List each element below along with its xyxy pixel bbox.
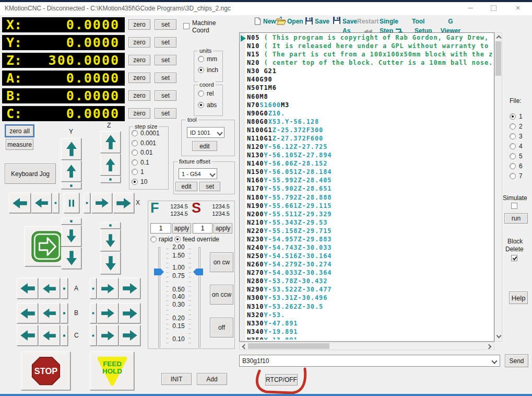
step-size-radio-0.001[interactable] <box>132 140 138 146</box>
spindle-on-ccw-button[interactable]: on ccw <box>210 285 233 305</box>
jog-x-plus-fast[interactable] <box>113 193 134 213</box>
jog-b-minus[interactable] <box>39 303 60 323</box>
vscroll-thumb[interactable] <box>495 41 501 76</box>
send-button[interactable]: Send <box>505 354 528 367</box>
maximize-button[interactable] <box>484 2 502 14</box>
feed-override-slider-track[interactable] <box>158 247 160 347</box>
file-radio-5[interactable] <box>510 153 516 159</box>
jog-c-minus-step[interactable] <box>61 325 68 346</box>
coord-rel-radio[interactable] <box>198 90 204 97</box>
jog-x-plus-step[interactable] <box>84 193 90 213</box>
feed-hold-button[interactable]: FEED HOLD <box>90 352 134 390</box>
jog-y-plus-step[interactable] <box>61 182 81 189</box>
jog-x-minus-fast[interactable] <box>9 193 31 213</box>
units-mm-radio[interactable] <box>198 56 204 62</box>
jog-y-plus-fast[interactable] <box>61 138 81 160</box>
set-z-button[interactable]: set <box>155 55 176 65</box>
file-radio-2[interactable] <box>510 123 516 130</box>
close-button[interactable]: × <box>509 2 527 14</box>
jog-c-plus-fast[interactable] <box>119 325 140 346</box>
jog-y-minus[interactable] <box>61 225 81 247</box>
rtcp-off-button[interactable]: RTCP/OFF <box>265 374 298 386</box>
jog-a-minus-step[interactable] <box>61 278 68 299</box>
zero-c-button[interactable]: zero <box>128 108 150 119</box>
fixture-offset-select[interactable]: 1 - G54 <box>179 168 217 179</box>
mdi-command-input[interactable]: B30g1f10 <box>239 355 500 367</box>
scroll-up-icon[interactable] <box>496 36 502 41</box>
units-inch-radio[interactable] <box>198 67 204 73</box>
zero-b-button[interactable]: zero <box>128 90 150 101</box>
spindle-input[interactable]: 1 <box>193 223 212 234</box>
jog-a-plus[interactable] <box>97 278 119 299</box>
jog-b-plus[interactable] <box>97 303 119 323</box>
tool-edit-button[interactable]: edit <box>192 141 217 151</box>
set-a-button[interactable]: set <box>155 73 176 83</box>
jog-z-minus-fast[interactable] <box>100 252 121 274</box>
hscroll-thumb[interactable] <box>248 343 329 349</box>
spindle-override-slider-track[interactable] <box>198 247 200 347</box>
jog-c-minus[interactable] <box>39 325 60 346</box>
gcode-vscrollbar[interactable] <box>494 32 502 342</box>
file-radio-4[interactable] <box>510 143 516 149</box>
machine-coord-checkbox[interactable] <box>183 23 190 29</box>
jog-z-minus-step[interactable] <box>100 222 121 229</box>
jog-b-minus-fast[interactable] <box>17 303 38 323</box>
jog-x-minus[interactable] <box>31 193 52 213</box>
jog-z-plus[interactable] <box>100 154 121 176</box>
jog-c-minus-fast[interactable] <box>17 325 38 346</box>
zero-x-button[interactable]: zero <box>128 19 150 30</box>
jog-z-plus-step[interactable] <box>100 176 121 183</box>
set-b-button[interactable]: set <box>155 90 176 101</box>
jog-z-plus-fast[interactable] <box>100 131 121 153</box>
scroll-right-icon[interactable] <box>487 344 492 350</box>
jog-b-plus-step[interactable] <box>90 303 97 323</box>
set-y-button[interactable]: set <box>155 37 176 48</box>
jog-x-plus[interactable] <box>91 193 112 213</box>
minimize-button[interactable] <box>462 2 479 14</box>
file-radio-7[interactable] <box>510 173 516 179</box>
jog-y-plus[interactable] <box>61 160 81 182</box>
tool-select[interactable]: ID 1001 <box>187 127 224 138</box>
block-delete-checkbox[interactable] <box>511 255 517 261</box>
spindle-override-slider-thumb[interactable] <box>193 268 203 275</box>
toolbar-new[interactable]: New <box>254 17 276 26</box>
zero-y-button[interactable]: zero <box>128 37 150 48</box>
toolbar-save[interactable]: Save <box>305 17 329 25</box>
measure-button[interactable]: measure <box>6 139 33 150</box>
spindle-on-cw-button[interactable]: on cw <box>210 252 233 272</box>
init-button[interactable]: INIT <box>161 373 192 385</box>
keyboard-jog-button[interactable]: Keyboard Jog <box>5 164 56 184</box>
jog-a-minus-fast[interactable] <box>17 278 38 299</box>
file-radio-3[interactable] <box>510 133 516 139</box>
set-x-button[interactable]: set <box>155 19 176 30</box>
zero-a-button[interactable]: zero <box>128 73 150 83</box>
add-button[interactable]: Add <box>197 373 227 385</box>
zero-z-button[interactable]: zero <box>128 55 150 65</box>
step-size-radio-0.1[interactable] <box>132 159 138 166</box>
help-button[interactable]: Help <box>509 292 528 304</box>
toolbar-open[interactable]: Open <box>276 17 303 25</box>
set-c-button[interactable]: set <box>155 108 176 119</box>
feedrate-apply-button[interactable]: apply <box>172 223 191 234</box>
jog-a-plus-step[interactable] <box>90 278 97 299</box>
jog-y-minus-fast[interactable] <box>61 247 81 269</box>
spindle-apply-button[interactable]: apply <box>214 223 232 234</box>
spindle-off-button[interactable]: off <box>210 318 233 337</box>
jog-b-plus-fast[interactable] <box>119 303 140 323</box>
jog-c-plus[interactable] <box>97 325 119 346</box>
step-size-radio-10[interactable] <box>132 179 138 185</box>
gcode-editor[interactable]: N05 ( This program is copyright of Rab G… <box>239 32 494 342</box>
jog-b-minus-step[interactable] <box>61 303 68 323</box>
jog-pause-button[interactable] <box>64 193 79 213</box>
coord-abs-radio[interactable] <box>198 102 204 108</box>
jog-a-minus[interactable] <box>39 278 60 299</box>
scroll-down-icon[interactable] <box>496 333 502 339</box>
step-size-radio-0.0001[interactable] <box>132 130 138 136</box>
jog-x-minus-step[interactable] <box>52 193 59 213</box>
title-bar[interactable]: KMotionCNC - Disconnected - C:\KMotion43… <box>0 2 532 15</box>
fixture-set-button[interactable]: set <box>199 182 220 191</box>
stop-button[interactable]: STOP <box>21 352 70 390</box>
feed-override-slider-thumb[interactable] <box>154 268 164 275</box>
feed-override-radio[interactable] <box>174 236 181 242</box>
file-radio-6[interactable] <box>510 163 516 169</box>
